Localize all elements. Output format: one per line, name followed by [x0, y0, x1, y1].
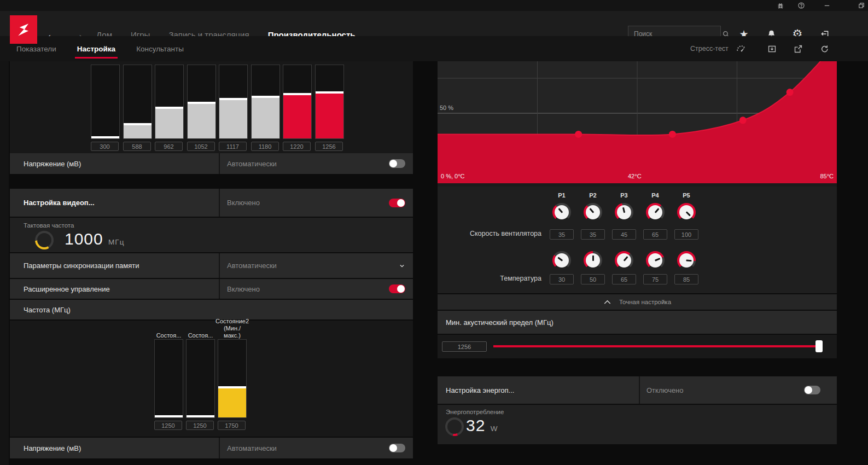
slider-value-box[interactable]: 588 [123, 142, 151, 151]
slider-thumb[interactable] [252, 96, 279, 98]
slider-thumb[interactable] [124, 123, 152, 125]
vertical-slider[interactable]: 588 [123, 65, 152, 151]
slider-track[interactable] [218, 339, 247, 418]
vertical-slider[interactable]: Состоя...1250 [186, 323, 215, 430]
vertical-slider[interactable]: 1180 [251, 65, 280, 151]
temperature-knob[interactable] [646, 251, 665, 270]
y-tick-50: 50 % [440, 104, 453, 111]
acoustic-value-box[interactable]: 1256 [442, 341, 487, 352]
vram-toggle[interactable] [389, 199, 405, 207]
vertical-slider[interactable]: 962 [155, 65, 184, 151]
power-gauge-icon [445, 417, 464, 436]
speed-knob[interactable] [646, 203, 665, 222]
fan-curve-point[interactable] [739, 117, 747, 124]
row-divider [219, 189, 220, 217]
slider-thumb[interactable] [188, 102, 215, 104]
slider-track[interactable] [91, 65, 120, 139]
temperature-knob[interactable] [584, 251, 602, 270]
slider-value-box[interactable]: 1250 [154, 421, 182, 430]
speed-knob[interactable] [677, 203, 696, 222]
slider-track[interactable] [283, 65, 312, 139]
slider-track[interactable] [251, 65, 280, 139]
gpu-frequency-panel: 30058896210521117118012201256 Напряжение… [10, 61, 413, 174]
temperature-value-box[interactable]: 75 [643, 274, 667, 284]
slider-track[interactable] [219, 65, 248, 139]
vertical-slider[interactable]: 300 [91, 65, 120, 151]
load-profile-icon[interactable] [766, 43, 778, 54]
slider-thumb[interactable] [155, 107, 183, 109]
vertical-slider[interactable]: Состояние2(Мин./макс.)1750 [218, 323, 247, 430]
fan-point-label: P3 [612, 192, 636, 199]
speed-value-box[interactable]: 100 [674, 229, 698, 240]
slider-value-box[interactable]: 1180 [251, 142, 279, 151]
slider-thumb[interactable] [155, 415, 183, 417]
acoustic-slider-thumb[interactable] [815, 340, 823, 352]
vertical-slider[interactable]: 1256 [315, 65, 344, 151]
fan-curve-chart[interactable]: 50 % 0 %, 0°C 42°C 85°C [438, 61, 837, 187]
stress-test-label[interactable]: Стресс-тест [690, 36, 729, 61]
fan-curve-point[interactable] [787, 89, 794, 96]
clock-label: Тактовая частота [24, 222, 74, 229]
speed-knob[interactable] [615, 203, 633, 222]
slider-thumb[interactable] [219, 98, 247, 100]
speed-value-box[interactable]: 65 [643, 229, 667, 240]
slider-value-box[interactable]: 1117 [219, 142, 247, 151]
restore-icon[interactable] [857, 1, 866, 10]
temperature-knob[interactable] [615, 251, 633, 270]
slider-track[interactable] [123, 65, 152, 139]
help-icon[interactable] [796, 1, 806, 10]
temperature-knob[interactable] [677, 251, 696, 270]
temperature-knob[interactable] [552, 251, 571, 270]
slider-track[interactable] [187, 65, 216, 139]
temperature-value-box[interactable]: 85 [674, 274, 698, 284]
share-icon[interactable] [792, 43, 804, 54]
amd-radeon-logo[interactable] [10, 15, 37, 44]
slider-value-box[interactable]: 1256 [315, 142, 343, 151]
fan-curve-point[interactable] [575, 131, 582, 138]
slider-thumb[interactable] [91, 136, 119, 138]
vertical-slider[interactable]: 1052 [187, 65, 216, 151]
slider-thumb[interactable] [316, 91, 343, 94]
slider-fill [188, 102, 215, 138]
speed-value-box[interactable]: 35 [550, 229, 574, 240]
vertical-slider[interactable]: Состоя...1250 [154, 323, 183, 430]
vertical-slider[interactable]: 1117 [219, 65, 248, 151]
subnav-item[interactable]: Настройка [77, 36, 115, 61]
minimize-icon[interactable] [822, 1, 832, 10]
slider-track[interactable] [186, 339, 215, 418]
slider-value-box[interactable]: 1220 [283, 142, 311, 151]
temperature-value-box[interactable]: 65 [612, 274, 636, 284]
fan-curve-point[interactable] [669, 131, 676, 138]
slider-value-box[interactable]: 1250 [186, 421, 214, 430]
slider-thumb[interactable] [187, 415, 214, 417]
subnav-item[interactable]: Консультанты [136, 36, 184, 61]
gauge-icon[interactable] [735, 43, 747, 54]
slider-track[interactable] [154, 339, 183, 418]
fine-tuning-row[interactable]: Точная настройка [438, 294, 837, 310]
vertical-slider[interactable]: 1220 [283, 65, 312, 151]
slider-value-box[interactable]: 1052 [187, 142, 215, 151]
slider-value-box[interactable]: 1750 [218, 421, 246, 430]
chevron-down-icon[interactable] [398, 261, 406, 270]
slider-value-box[interactable]: 962 [155, 142, 183, 151]
voltage-toggle[interactable] [389, 444, 405, 452]
advanced-toggle[interactable] [389, 284, 405, 293]
speed-value-box[interactable]: 35 [581, 229, 605, 240]
power-toggle[interactable] [804, 386, 820, 394]
speed-knob[interactable] [552, 203, 571, 222]
slider-thumb[interactable] [218, 386, 246, 388]
left-scrollbar-gutter[interactable] [0, 61, 9, 465]
temperature-value-box[interactable]: 50 [581, 274, 605, 284]
speed-value-box[interactable]: 45 [612, 229, 636, 240]
clock-gauge-icon [35, 231, 54, 249]
slider-track[interactable] [315, 65, 344, 139]
bug-icon[interactable] [776, 1, 785, 10]
voltage-toggle[interactable] [389, 159, 405, 168]
slider-value-box[interactable]: 300 [91, 142, 119, 151]
temperature-value-box[interactable]: 30 [550, 274, 574, 284]
slider-thumb[interactable] [283, 93, 311, 95]
reset-icon[interactable] [818, 43, 830, 54]
fine-tuning-label: Точная настройка [619, 299, 671, 305]
slider-track[interactable] [155, 65, 184, 139]
speed-knob[interactable] [584, 203, 602, 222]
